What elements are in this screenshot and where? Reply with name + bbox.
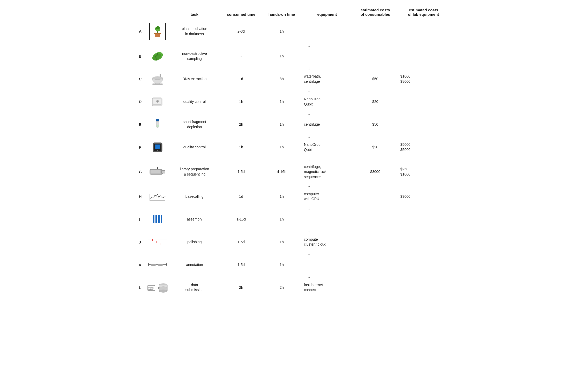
arrow-down-F: ↓	[169, 156, 449, 162]
task-cell-D: quality control	[169, 94, 220, 110]
consumables-cell-E: $50	[353, 116, 398, 133]
task-cell-E: short fragment depletion	[169, 116, 220, 133]
arrow-down-E: ↓	[169, 133, 449, 139]
arrow-row: ↓	[139, 133, 449, 139]
icon-cell-L: FASTQ/ FAST5	[146, 279, 169, 296]
hands-cell-B: 1h	[262, 48, 301, 65]
arrow-icon-spacer	[146, 227, 169, 234]
equipment-cell-I	[301, 211, 353, 227]
arrow-icon-spacer	[146, 182, 169, 188]
svg-rect-40	[158, 215, 160, 223]
hands-cell-L: 2h	[262, 279, 301, 296]
arrow-row: ↓	[139, 205, 449, 211]
svg-rect-33	[151, 170, 160, 173]
task-cell-G: library preparation & sequencing	[169, 162, 220, 182]
hands-cell-E: 1h	[262, 116, 301, 133]
task-cell-H: basecalling	[169, 188, 220, 205]
arrow-label-spacer	[139, 87, 146, 94]
row-label-H: H	[139, 188, 146, 205]
arrow-down-D: ↓	[169, 110, 449, 116]
task-cell-C: DNA extraction	[169, 71, 220, 87]
table-row: B non-destructive sampling - 1h	[139, 48, 449, 65]
consumed-cell-E: 2h	[220, 116, 262, 133]
arrow-down-A: ↓	[169, 42, 449, 48]
hands-cell-D: 1h	[262, 94, 301, 110]
row-label-G: G	[139, 162, 146, 182]
arrow-down-H: ↓	[169, 205, 449, 211]
table-row: I assembly 1-15d 1h	[139, 211, 449, 227]
row-label-D: D	[139, 94, 146, 110]
hands-cell-C: 8h	[262, 71, 301, 87]
main-table-wrapper: task consumed time hands-on time equipme…	[139, 8, 449, 296]
consumed-cell-G: 1-5d	[220, 162, 262, 182]
annotation-dna-icon	[147, 258, 168, 271]
labequip-cell-F: $5000 $5000	[398, 139, 449, 156]
arrow-label-spacer	[139, 42, 146, 48]
task-cell-F: quality control	[169, 139, 220, 156]
table-row: G library preparation & sequencing 1-5d …	[139, 162, 449, 182]
equipment-cell-D: NanoDrop, Qubit	[301, 94, 353, 110]
workflow-table: task consumed time hands-on time equipme…	[139, 8, 449, 296]
arrow-down-G: ↓	[169, 182, 449, 188]
labequip-cell-L	[398, 279, 449, 296]
row-label-B: B	[139, 48, 146, 65]
row-label-E: E	[139, 116, 146, 133]
consumables-cell-H	[353, 188, 398, 205]
consumed-cell-B: -	[220, 48, 262, 65]
equipment-cell-G: centrifuge, magnetic rack, sequencer	[301, 162, 353, 182]
row-label-A: A	[139, 21, 146, 42]
svg-rect-17	[153, 104, 161, 105]
svg-rect-14	[152, 83, 163, 85]
equipment-cell-L: fast internet connection	[301, 279, 353, 296]
row-label-C: C	[139, 71, 146, 87]
arrow-icon-spacer	[146, 205, 169, 211]
col-header-task: task	[169, 8, 220, 21]
arrow-label-spacer	[139, 205, 146, 211]
arrow-row: ↓	[139, 182, 449, 188]
task-cell-I: assembly	[169, 211, 220, 227]
consumables-cell-C: $50	[353, 71, 398, 87]
table-row: A plant incubation in darkness 2-3d 1h	[139, 21, 449, 42]
svg-rect-1	[154, 33, 161, 34]
labequip-cell-H: $3000	[398, 188, 449, 205]
assembly-bars-icon	[150, 212, 165, 226]
consumed-cell-K: 1-5d	[220, 256, 262, 273]
labequip-cell-B	[398, 48, 449, 65]
task-cell-K: annotation	[169, 256, 220, 273]
consumables-cell-J	[353, 234, 398, 250]
svg-rect-27	[155, 145, 160, 149]
svg-rect-23	[157, 125, 159, 127]
mortar-icon	[150, 72, 165, 86]
icon-cell-E	[146, 116, 169, 133]
table-row: H basecalling 1d 1h computer with GPU $3…	[139, 188, 449, 205]
icon-cell-K	[146, 256, 169, 273]
basecalling-chart-icon	[148, 190, 167, 203]
consumables-cell-F: $20	[353, 139, 398, 156]
arrow-down-C: ↓	[169, 87, 449, 94]
svg-rect-22	[156, 119, 159, 121]
consumed-cell-L: 2h	[220, 279, 262, 296]
col-header-equipment: equipment	[301, 8, 353, 21]
nanodrop-icon	[150, 95, 165, 109]
svg-rect-52	[158, 264, 163, 266]
icon-cell-J	[146, 234, 169, 250]
task-cell-J: polishing	[169, 234, 220, 250]
hands-cell-I: 1h	[262, 211, 301, 227]
consumed-cell-J: 1-5d	[220, 234, 262, 250]
task-cell-A: plant incubation in darkness	[169, 21, 220, 42]
plant-icon	[149, 23, 166, 40]
svg-rect-41	[161, 215, 162, 223]
consumables-cell-A	[353, 21, 398, 42]
row-label-F: F	[139, 139, 146, 156]
labequip-cell-E	[398, 116, 449, 133]
row-label-J: J	[139, 234, 146, 250]
arrow-row: ↓	[139, 110, 449, 116]
flongle-icon	[150, 141, 165, 154]
col-header-label	[139, 8, 146, 21]
arrow-label-spacer	[139, 227, 146, 234]
col-header-hands: hands-on time	[262, 8, 301, 21]
arrow-row: ↓	[139, 42, 449, 48]
svg-rect-51	[151, 264, 156, 266]
arrow-label-spacer	[139, 65, 146, 71]
arrow-row: ↓	[139, 273, 449, 279]
